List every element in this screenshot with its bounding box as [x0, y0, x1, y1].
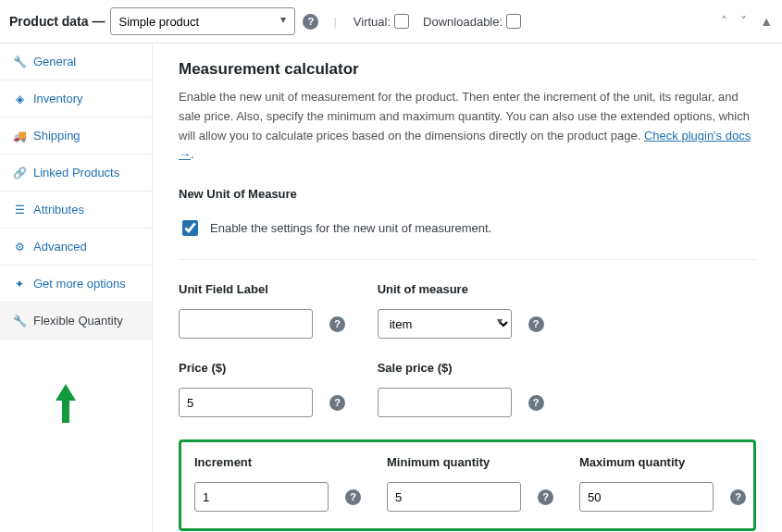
- field-label: Maximum quantity: [579, 455, 753, 469]
- sidebar-item-label: Shipping: [33, 129, 81, 142]
- sidebar-item-get-more[interactable]: ✦ Get more options: [0, 266, 152, 303]
- star-icon: ✦: [13, 278, 26, 291]
- field-max-qty: Maximum quantity ?: [579, 455, 753, 512]
- main-panel: Measurement calculator Enable the new un…: [153, 43, 782, 532]
- field-label: Sale price ($): [378, 361, 558, 375]
- field-sale-price: Sale price ($) ?: [378, 361, 558, 417]
- panel-title: Product data —: [9, 14, 105, 29]
- downloadable-toggle-group: Downloadable:: [423, 11, 524, 31]
- field-label: Price ($): [179, 361, 359, 375]
- field-label: Unit Field Label: [179, 282, 359, 296]
- sidebar-item-attributes[interactable]: ☰ Attributes: [0, 192, 152, 229]
- downloadable-label: Downloadable:: [423, 15, 503, 29]
- help-icon[interactable]: ?: [345, 489, 361, 505]
- sidebar-item-label: Get more options: [33, 277, 126, 291]
- field-increment: Increment ?: [194, 455, 368, 512]
- help-icon[interactable]: ?: [538, 489, 553, 505]
- help-icon[interactable]: ?: [329, 316, 345, 332]
- field-label: Unit of measure: [378, 282, 558, 296]
- list-icon: ☰: [13, 204, 26, 217]
- sidebar-item-flexible-quantity[interactable]: 🔧 Flexible Quantity: [0, 303, 152, 340]
- increment-input[interactable]: [194, 482, 329, 512]
- product-type-select[interactable]: Simple product: [110, 7, 295, 35]
- page-title: Measurement calculator: [179, 60, 756, 79]
- enable-unit-checkbox[interactable]: [182, 220, 198, 236]
- virtual-label: Virtual:: [354, 15, 391, 29]
- sidebar-item-label: Inventory: [33, 92, 82, 105]
- downloadable-checkbox[interactable]: [506, 14, 521, 29]
- max-qty-input[interactable]: [579, 482, 714, 512]
- inventory-icon: ◈: [13, 93, 26, 105]
- sidebar-item-label: General: [33, 55, 76, 68]
- sidebar-item-label: Advanced: [33, 240, 87, 254]
- product-data-sidebar: 🔧 General ◈ Inventory 🚚 Shipping 🔗 Linke…: [0, 43, 153, 532]
- field-unit-label: Unit Field Label ?: [179, 282, 359, 339]
- field-label: Increment: [194, 455, 368, 469]
- product-data-header: Product data — Simple product ? | Virtua…: [0, 0, 782, 43]
- min-qty-input[interactable]: [387, 482, 521, 512]
- unit-of-measure-select[interactable]: item: [378, 309, 512, 339]
- help-icon[interactable]: ?: [329, 395, 345, 411]
- sale-price-input[interactable]: [378, 388, 512, 417]
- virtual-checkbox[interactable]: [394, 14, 409, 29]
- description: Enable the new unit of measurement for t…: [179, 88, 756, 165]
- unit-field-label-input[interactable]: [179, 309, 313, 339]
- help-icon[interactable]: ?: [528, 316, 544, 332]
- field-min-qty: Minimum quantity ?: [387, 455, 561, 512]
- move-down-icon[interactable]: ˅: [740, 14, 747, 29]
- field-price: Price ($) ?: [179, 361, 359, 417]
- truck-icon: 🚚: [13, 130, 26, 142]
- help-icon[interactable]: ?: [303, 14, 318, 30]
- wrench-icon: 🔧: [13, 56, 26, 68]
- sidebar-item-label: Flexible Quantity: [33, 314, 123, 328]
- annotation-arrow-icon: [56, 384, 76, 423]
- virtual-toggle-group: Virtual:: [354, 11, 412, 31]
- price-input[interactable]: [179, 388, 313, 417]
- help-icon[interactable]: ?: [730, 489, 746, 505]
- collapse-icon[interactable]: ▲: [760, 14, 773, 29]
- gear-icon: ⚙: [13, 241, 26, 254]
- move-up-icon[interactable]: ˄: [721, 14, 727, 29]
- help-icon[interactable]: ?: [528, 395, 544, 411]
- section-label-new-unit: New Unit of Measure: [179, 187, 756, 201]
- link-icon: 🔗: [13, 167, 26, 179]
- sidebar-item-linked-products[interactable]: 🔗 Linked Products: [0, 155, 152, 192]
- field-label: Minimum quantity: [387, 455, 561, 469]
- sidebar-item-inventory[interactable]: ◈ Inventory: [0, 80, 152, 118]
- field-unit-of-measure: Unit of measure item ?: [378, 282, 558, 339]
- sidebar-item-shipping[interactable]: 🚚 Shipping: [0, 118, 152, 155]
- sidebar-item-label: Attributes: [33, 203, 84, 217]
- sidebar-item-label: Linked Products: [33, 166, 119, 179]
- wrench-icon: 🔧: [13, 315, 26, 328]
- highlighted-quantity-box: Increment ? Minimum quantity ? Maximum q…: [179, 439, 756, 531]
- sidebar-item-advanced[interactable]: ⚙ Advanced: [0, 229, 152, 266]
- enable-unit-label: Enable the settings for the new unit of …: [210, 221, 491, 235]
- sidebar-item-general[interactable]: 🔧 General: [0, 43, 152, 80]
